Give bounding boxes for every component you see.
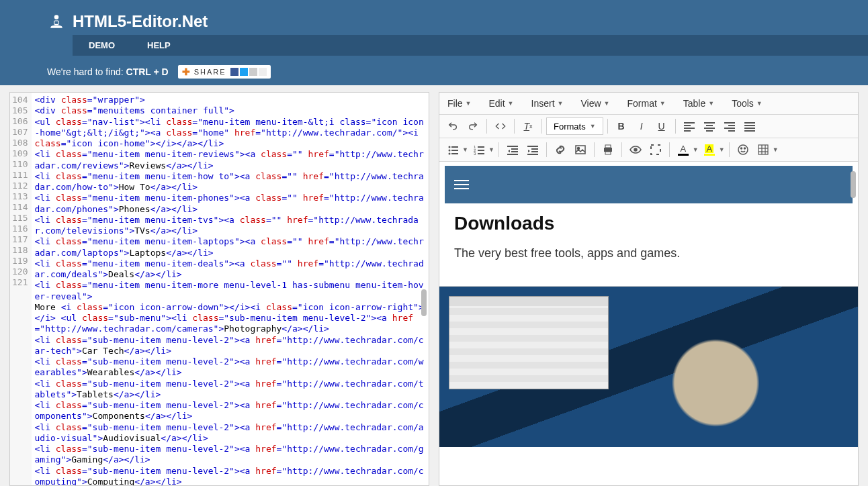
code-editor[interactable]: 1041051061071081091101111121131141151161… [10,93,429,485]
italic-button[interactable]: I [632,117,651,135]
image-button[interactable] [571,141,590,158]
svg-rect-8 [704,128,715,129]
svg-rect-37 [527,154,538,155]
emoticon-button[interactable] [734,141,752,158]
svg-rect-44 [651,145,660,154]
bookmark-hint-prefix: We're hard to find: [47,66,126,77]
svg-rect-4 [684,128,695,129]
svg-rect-5 [684,130,691,132]
bookmark-hint-shortcut: CTRL + D [126,66,169,77]
source-code-button[interactable] [491,117,510,135]
svg-point-47 [744,148,745,149]
preview-topbar [445,166,853,203]
svg-rect-29 [478,153,484,154]
code-scrollbar-thumb[interactable] [421,289,427,316]
svg-rect-35 [531,148,538,150]
svg-rect-38 [576,146,585,154]
code-lines[interactable]: <div class="wrapper"><div class="menuite… [32,93,429,485]
line-gutter: 1041051061071081091101111121131141151161… [10,93,32,485]
text-color-button[interactable]: A [674,141,693,158]
svg-rect-40 [605,145,611,148]
menu-tools[interactable]: Tools▼ [732,98,763,109]
svg-rect-19 [451,146,458,148]
align-justify-button[interactable] [740,117,759,135]
menu-table[interactable]: Table▼ [683,98,714,109]
svg-rect-42 [605,152,611,154]
preview-button[interactable] [626,141,645,158]
workarea: 1041051061071081091101111121131141151161… [0,85,868,486]
menu-view[interactable]: View▼ [580,98,609,109]
svg-rect-15 [744,125,755,126]
site-title: HTML5-Editor.Net [73,12,208,31]
svg-rect-21 [451,150,458,151]
share-button-label: SHARE [194,68,226,76]
print-button[interactable] [599,141,617,158]
svg-rect-27 [478,150,484,151]
undo-button[interactable] [443,117,462,135]
svg-point-18 [449,146,451,148]
background-color-button[interactable]: A [700,141,719,158]
menu-format[interactable]: Format▼ [627,98,665,109]
nav-help[interactable]: HELP [131,35,187,56]
svg-rect-31 [511,148,518,150]
wysiwyg-panel: File▼ Edit▼ Insert▼ View▼ Format▼ Table▼… [439,92,859,486]
menu-file[interactable]: File▼ [447,98,471,109]
svg-rect-12 [724,128,735,129]
svg-rect-25 [478,146,484,148]
toolbar-row-2: ▼ 123▼ A▼ A▼ ▼ [439,138,858,162]
preview-subheading: The very best free tools, apps and games… [454,246,843,260]
twitter-icon [240,68,248,76]
svg-rect-17 [744,130,755,132]
bold-button[interactable]: B [612,117,631,135]
svg-rect-30 [507,146,518,147]
preview-scrollbar-thumb[interactable] [851,171,856,198]
svg-point-20 [449,150,451,152]
svg-rect-6 [704,122,715,124]
toolbar-row-1: Tx Formats▼ B I U [439,115,858,138]
svg-rect-16 [744,128,755,129]
hamburger-icon[interactable] [454,180,469,189]
svg-rect-36 [531,151,538,152]
editor-menubar: File▼ Edit▼ Insert▼ View▼ Format▼ Table▼… [439,93,858,115]
svg-point-46 [740,148,742,149]
underline-button[interactable]: U [652,117,671,135]
svg-rect-2 [684,122,695,124]
nav-demo[interactable]: DEMO [73,35,131,56]
fullscreen-button[interactable] [646,141,665,158]
link-button[interactable] [551,141,570,158]
share-button[interactable]: ✚ SHARE [178,65,271,79]
plus-icon: ✚ [182,66,190,77]
indent-button[interactable] [523,141,542,158]
outdent-button[interactable] [503,141,522,158]
table-button[interactable] [754,141,773,158]
preview-image [439,286,858,447]
svg-rect-48 [758,145,768,154]
align-left-button[interactable] [680,117,699,135]
svg-rect-32 [511,151,518,152]
mail-icon [249,68,257,76]
logo-icon [47,12,66,31]
more-share-icon [259,68,267,76]
menu-insert[interactable]: Insert▼ [531,98,564,109]
redo-button[interactable] [464,117,482,135]
site-header: HTML5-Editor.Net DEMO HELP We're hard to… [0,0,868,85]
svg-rect-9 [706,130,713,132]
svg-rect-41 [604,148,612,152]
number-list-button[interactable]: 123 [470,141,488,158]
svg-rect-11 [728,125,735,126]
svg-point-22 [449,153,451,155]
svg-rect-13 [728,130,735,132]
preview-area[interactable]: Downloads The very best free tools, apps… [439,162,858,485]
align-center-button[interactable] [700,117,719,135]
svg-rect-33 [507,154,518,155]
formats-dropdown[interactable]: Formats▼ [546,117,603,135]
bullet-list-button[interactable] [443,141,462,158]
svg-point-43 [634,148,637,151]
svg-point-0 [54,15,59,19]
svg-text:3: 3 [474,152,476,155]
svg-rect-23 [451,153,458,154]
menu-edit[interactable]: Edit▼ [488,98,513,109]
align-right-button[interactable] [720,117,739,135]
preview-heading: Downloads [454,213,843,234]
clear-format-button[interactable]: Tx [519,117,537,135]
